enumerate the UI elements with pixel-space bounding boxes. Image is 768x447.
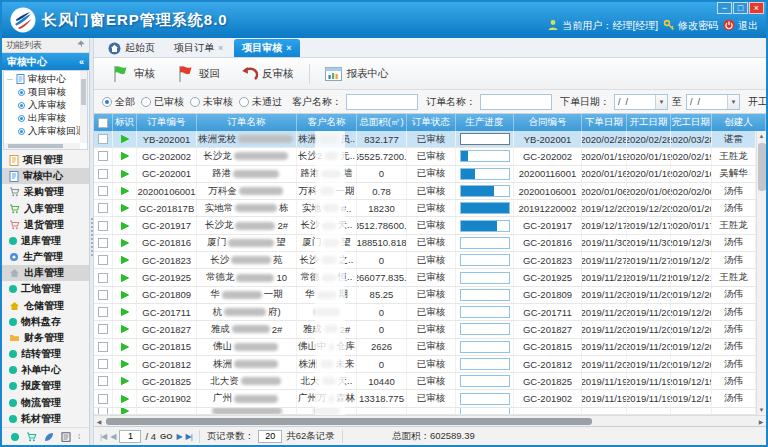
table-row-5[interactable]: GC-201917长沙龙2#长沙天..8512.78600..已审核GC-201…	[94, 217, 756, 234]
column-header-6[interactable]: 订单状态	[407, 114, 456, 131]
toolbar-button-3[interactable]: 报表中心	[317, 63, 397, 85]
row-checkbox[interactable]	[98, 376, 108, 386]
tree-item-2[interactable]: 出库审核	[7, 112, 87, 125]
next-page-button[interactable]: ▶	[176, 432, 181, 441]
tab-close-icon[interactable]: ×	[218, 43, 223, 53]
table-row-3[interactable]: 20200106001万科金万科一期0.78已审核202001060012020…	[94, 183, 756, 200]
maximize-button[interactable]: □	[733, 2, 748, 14]
column-header-10[interactable]: 开工日期	[627, 114, 671, 131]
sidebar-module-14[interactable]: 报废管理	[2, 378, 89, 394]
first-page-button[interactable]: |◀	[100, 432, 106, 441]
sidebar-module-6[interactable]: 生产管理	[2, 249, 89, 265]
select-all-checkbox[interactable]	[98, 118, 108, 128]
go-button[interactable]: GO	[160, 432, 172, 441]
row-checkbox[interactable]	[98, 169, 108, 179]
customer-name-input[interactable]	[346, 94, 418, 110]
column-header-8[interactable]: 合同编号	[514, 114, 582, 131]
sidebar-module-3[interactable]: 入库管理	[2, 201, 89, 217]
table-row-7[interactable]: GC-201823长沙苑长沙之..0已审核GC-2018232019/11/27…	[94, 252, 756, 269]
column-header-5[interactable]: 总面积(㎡)	[357, 114, 407, 131]
grid-vertical-scrollbar[interactable]: ▲ ▼	[756, 131, 766, 415]
sidebar-module-16[interactable]: 耗材管理	[2, 411, 89, 427]
prev-page-button[interactable]: ◀	[110, 432, 115, 441]
table-row-1[interactable]: GC-202002长沙龙长沙2元..65525.7200..已审核GC-2020…	[94, 148, 756, 165]
table-row-16[interactable]	[94, 408, 756, 415]
sidebar-module-1[interactable]: 审核中心	[2, 168, 89, 184]
change-password-button[interactable]: 修改密码	[663, 19, 718, 33]
filter-radio-2[interactable]: 未审核	[190, 95, 233, 109]
row-checkbox[interactable]	[98, 342, 108, 352]
column-header-1[interactable]: 标识	[113, 114, 137, 131]
tab-1[interactable]: 项目订单×	[166, 39, 231, 57]
row-checkbox[interactable]	[98, 203, 108, 213]
tree-root[interactable]: ─ 审核中心	[7, 73, 87, 86]
table-row-4[interactable]: GC-201817B实地常栋实地#..18230已审核2019122000220…	[94, 200, 756, 217]
row-checkbox[interactable]	[98, 238, 108, 248]
sidebar-module-7[interactable]: 出库管理	[2, 265, 89, 281]
leaf-icon[interactable]	[44, 432, 54, 442]
close-button[interactable]: ×	[749, 2, 764, 14]
grid-horizontal-scrollbar[interactable]: ◀ ▶	[94, 415, 766, 426]
table-row-10[interactable]: GC-201711杭府)0已审核GC-2017112019/11/202019/…	[94, 304, 756, 321]
sidebar-module-9[interactable]: 仓储管理	[2, 298, 89, 314]
sidebar-module-10[interactable]: 物料盘存	[2, 314, 89, 330]
sidebar-module-15[interactable]: 物流管理	[2, 395, 89, 411]
tree-horizontal-scrollbar[interactable]	[4, 143, 80, 149]
sidebar-module-5[interactable]: 退库管理	[2, 233, 89, 249]
row-checkbox[interactable]	[98, 324, 108, 334]
last-page-button[interactable]: ▶|	[186, 432, 192, 441]
toolbar-button-1[interactable]: 驳回	[167, 61, 228, 86]
row-checkbox[interactable]	[98, 186, 108, 196]
table-row-6[interactable]: GC-201816厦门望厦门望188510.818已审核GC-201816201…	[94, 235, 756, 252]
scroll-down-icon[interactable]: ▼	[759, 405, 765, 415]
row-checkbox[interactable]	[98, 273, 108, 283]
row-checkbox[interactable]	[98, 394, 108, 404]
column-header-3[interactable]: 订单名称	[197, 114, 297, 131]
column-header-4[interactable]: 客户名称	[297, 114, 357, 131]
row-checkbox[interactable]	[98, 408, 108, 414]
filter-radio-1[interactable]: 已审核	[141, 95, 184, 109]
sidebar-module-13[interactable]: 补单中心	[2, 362, 89, 378]
order-date-to-dropdown[interactable]: ▼	[727, 95, 739, 109]
tab-close-icon[interactable]: ×	[286, 43, 291, 53]
column-header-9[interactable]: 下单日期	[582, 114, 627, 131]
tree-item-0[interactable]: 项目审核	[7, 86, 87, 99]
minimize-button[interactable]: −	[717, 2, 732, 14]
page-number-input[interactable]	[119, 430, 141, 443]
table-row-12[interactable]: GC-201815佛山佛山中仓库2626已审核GC-2018152019/11/…	[94, 339, 756, 356]
column-header-0[interactable]	[94, 114, 113, 131]
order-date-to-input[interactable]	[687, 95, 727, 109]
pin-icon[interactable]	[77, 40, 85, 50]
cart-icon[interactable]	[26, 432, 37, 442]
scroll-right-icon[interactable]: ▶	[756, 418, 766, 425]
logout-button[interactable]: 退出	[723, 19, 758, 33]
sidebar-active-header[interactable]: 审核中心 «	[2, 53, 89, 70]
order-date-from-dropdown[interactable]: ▼	[655, 95, 667, 109]
order-date-from-input[interactable]	[615, 95, 655, 109]
printer-icon[interactable]	[61, 432, 71, 442]
table-row-14[interactable]: GC-201825北大资北大天..10440已审核GC-2018252019/1…	[94, 373, 756, 390]
table-row-0[interactable]: YB-202001株洲党校株洲员..832.177已审核YB-202001202…	[94, 131, 756, 148]
sidebar-module-2[interactable]: 采购管理	[2, 184, 89, 200]
scroll-up-icon[interactable]: ▲	[759, 131, 765, 141]
tab-2[interactable]: 项目审核×	[234, 39, 299, 57]
row-checkbox[interactable]	[98, 221, 108, 231]
table-row-8[interactable]: GC-201925常德龙10常德恒..266077.835..已审核GC-201…	[94, 269, 756, 286]
vertical-scroll-thumb[interactable]	[758, 143, 766, 191]
row-checkbox[interactable]	[98, 134, 108, 144]
filter-radio-3[interactable]: 未通过	[239, 95, 282, 109]
toolbar-button-0[interactable]: 审核	[102, 61, 163, 86]
table-row-2[interactable]: GC-202001路港路港墙0已审核202001160012020/01/162…	[94, 166, 756, 183]
row-checkbox[interactable]	[98, 290, 108, 300]
row-checkbox[interactable]	[98, 307, 108, 317]
row-checkbox[interactable]	[98, 359, 108, 369]
tree-vertical-scrollbar[interactable]	[80, 71, 87, 143]
more-icon[interactable]: ⁞	[78, 433, 80, 441]
sidebar-module-8[interactable]: 工地管理	[2, 281, 89, 297]
filter-radio-0[interactable]: 全部	[102, 95, 135, 109]
column-header-12[interactable]: 创建人	[712, 114, 766, 131]
collapse-icon[interactable]: «	[79, 57, 84, 67]
column-header-11[interactable]: 完工日期	[671, 114, 712, 131]
column-header-7[interactable]: 生产进度	[456, 114, 514, 131]
horizontal-scroll-thumb[interactable]	[106, 418, 592, 425]
